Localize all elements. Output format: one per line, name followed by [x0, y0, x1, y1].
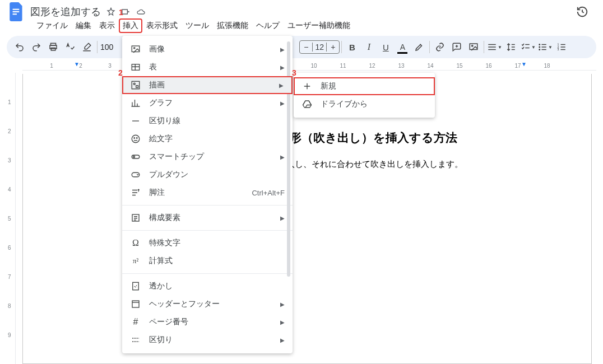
menu-item-透かし[interactable]: 透かし — [122, 277, 293, 295]
submenu-arrow-icon: ▶ — [280, 154, 285, 160]
submenu-arrow-icon: ▶ — [280, 337, 285, 343]
text-color-button[interactable]: A — [394, 39, 411, 55]
chart-icon — [130, 97, 141, 109]
svg-rect-27 — [133, 282, 139, 290]
svg-point-8 — [539, 44, 540, 45]
pi-icon: π² — [130, 255, 141, 267]
underline-button[interactable]: U — [377, 39, 394, 55]
submenu-arrow-icon: ▶ — [280, 64, 285, 71]
vertical-ruler: 123456789 — [7, 73, 16, 364]
svg-rect-0 — [13, 9, 20, 10]
svg-point-15 — [134, 48, 135, 49]
highlight-color-button[interactable] — [411, 39, 428, 55]
font-size-control[interactable]: − 12 + — [299, 40, 340, 54]
italic-button[interactable]: I — [360, 39, 377, 55]
align-button[interactable]: ▼ — [486, 39, 503, 55]
menu-item-スマートチップ[interactable]: スマートチップ▶ — [122, 148, 293, 166]
bulleted-list-button[interactable]: ▼ — [536, 39, 553, 55]
spellcheck-button[interactable] — [62, 39, 78, 55]
pulldown-icon — [130, 169, 141, 180]
menu-item-label: 構成要素 — [149, 213, 180, 223]
submenu-arrow-icon: ▶ — [280, 46, 285, 53]
line-spacing-button[interactable] — [503, 39, 519, 55]
menu-item-構成要素[interactable]: 構成要素▶ — [122, 209, 293, 227]
menu-item-label: 脚注 — [149, 188, 165, 198]
undo-button[interactable] — [11, 39, 28, 55]
cloud-icon[interactable] — [136, 7, 146, 16]
image-icon — [130, 44, 141, 55]
menu-item-label: 特殊文字 — [149, 238, 180, 248]
paint-format-button[interactable] — [78, 39, 95, 55]
menu-item-描画[interactable]: 描画▶ — [122, 76, 293, 94]
hash-icon: # — [130, 316, 141, 328]
menu-item-ドライブから[interactable]: ドライブから — [294, 95, 435, 113]
menu-item-新規[interactable]: 新規 — [294, 77, 435, 95]
add-comment-button[interactable] — [448, 39, 465, 55]
toolbar: 100 − 12 + B I U A ▼ ▼ ▼ 123 — [7, 36, 596, 58]
menu-item-特殊文字[interactable]: Ω特殊文字 — [122, 234, 293, 252]
checklist-button[interactable]: ▼ — [519, 39, 536, 55]
history-icon[interactable] — [576, 6, 588, 18]
menu-item-label: ページ番号 — [149, 317, 188, 327]
menu-item-計算式[interactable]: π²計算式 — [122, 252, 293, 270]
menu-編集[interactable]: 編集 — [72, 18, 95, 33]
menu-item-label: 新規 — [321, 81, 336, 91]
font-size-plus[interactable]: + — [327, 43, 339, 52]
docs-logo[interactable] — [7, 2, 27, 22]
svg-point-18 — [133, 83, 135, 85]
menu-item-区切り線[interactable]: 区切り線 — [122, 112, 293, 130]
callout-3: 3 — [292, 68, 296, 77]
menu-item-ページ番号[interactable]: #ページ番号▶ — [122, 313, 293, 331]
doc-title[interactable]: 図形を追加する — [30, 5, 101, 18]
submenu-arrow-icon: ▶ — [280, 215, 285, 221]
svg-rect-1 — [13, 11, 20, 12]
menu-item-画像[interactable]: 画像▶ — [122, 40, 293, 58]
redo-button[interactable] — [28, 39, 45, 55]
menu-item-区切り[interactable]: 区切り▶ — [122, 331, 293, 349]
header-icon — [130, 298, 141, 310]
drive-icon — [301, 99, 313, 110]
menubar: ファイル編集表示挿入表示形式ツール拡張機能ヘルプユーザー補助機能 — [0, 19, 603, 36]
print-button[interactable] — [45, 39, 62, 55]
menu-ファイル[interactable]: ファイル — [33, 18, 72, 33]
bold-button[interactable]: B — [344, 39, 360, 55]
menu-item-脚注[interactable]: 脚注Ctrl+Alt+F — [122, 184, 293, 202]
menu-表示形式[interactable]: 表示形式 — [142, 18, 182, 33]
menu-item-label: グラフ — [149, 98, 173, 108]
indent-marker-right[interactable]: ▼ — [521, 61, 527, 67]
menu-item-label: 画像 — [149, 44, 165, 54]
menu-ツール[interactable]: ツール — [182, 18, 213, 33]
menu-item-label: 区切り線 — [149, 116, 180, 126]
numbered-list-button[interactable]: 123 — [553, 39, 570, 55]
svg-text:3: 3 — [558, 48, 559, 51]
menu-item-グラフ[interactable]: グラフ▶ — [122, 94, 293, 112]
menu-挿入[interactable]: 挿入 — [119, 18, 142, 33]
font-size-minus[interactable]: − — [300, 43, 312, 52]
submenu-arrow-icon: ▶ — [280, 100, 285, 106]
insert-image-button[interactable] — [465, 39, 482, 55]
menu-拡張機能[interactable]: 拡張機能 — [213, 18, 252, 33]
menu-表示[interactable]: 表示 — [95, 18, 119, 33]
emoji-icon — [130, 133, 141, 144]
menu-item-絵文字[interactable]: 絵文字 — [122, 130, 293, 148]
menu-item-表[interactable]: 表▶ — [122, 58, 293, 76]
menu-item-label: 表 — [149, 62, 157, 72]
callout-1: 1 — [119, 8, 123, 17]
svg-rect-19 — [136, 86, 138, 88]
omega-icon: Ω — [130, 237, 141, 249]
menu-item-label: 絵文字 — [149, 134, 173, 144]
menu-ユーザー補助機能[interactable]: ユーザー補助機能 — [284, 18, 354, 33]
zoom-select[interactable]: 100 — [99, 43, 114, 52]
submenu-arrow-icon: ▶ — [279, 82, 284, 88]
callout-2: 2 — [118, 68, 123, 77]
submenu-arrow-icon: ▶ — [280, 301, 285, 307]
menu-item-ヘッダーとフッター[interactable]: ヘッダーとフッター▶ — [122, 295, 293, 313]
font-size-value[interactable]: 12 — [312, 43, 327, 52]
star-icon[interactable] — [106, 7, 115, 16]
menu-item-label: 描画 — [149, 80, 165, 90]
menu-ヘルプ[interactable]: ヘルプ — [252, 18, 284, 33]
menu-item-プルダウン[interactable]: プルダウン — [122, 166, 293, 184]
footnote-icon — [130, 187, 141, 198]
insert-link-button[interactable] — [432, 39, 448, 55]
watermark-icon — [130, 281, 141, 292]
